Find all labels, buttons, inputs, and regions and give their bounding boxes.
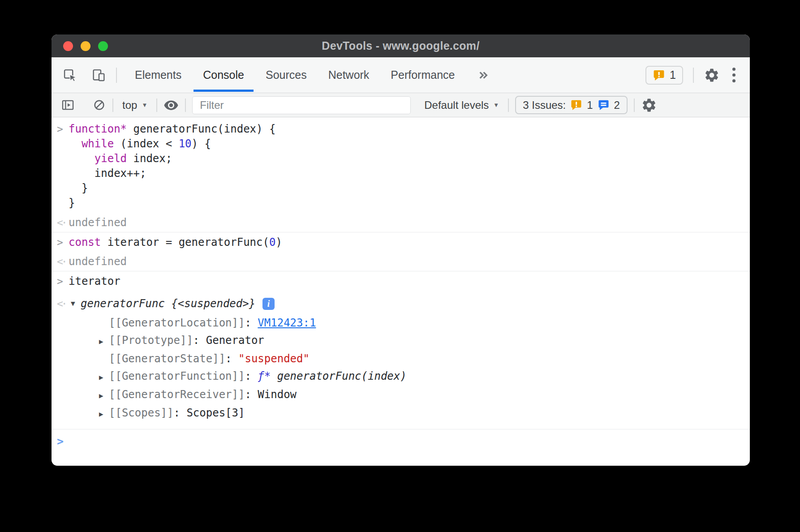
- issues-summary-label: 3 Issues:: [523, 99, 566, 112]
- divider: [634, 99, 635, 112]
- source-location-link[interactable]: VM12423:1: [258, 314, 316, 332]
- divider: [116, 68, 117, 83]
- console-input-entry: > iterator: [52, 271, 750, 291]
- device-toolbar-icon[interactable]: [91, 68, 106, 83]
- console-input-entry: > function* generatorFunc(index) { while…: [52, 119, 750, 213]
- context-selector-label: top: [122, 99, 137, 112]
- more-options-kebab-icon[interactable]: [730, 68, 738, 82]
- filter-input[interactable]: [192, 96, 411, 114]
- panel-tabs: Elements Console Sources Network Perform…: [124, 57, 465, 93]
- tab-performance[interactable]: Performance: [380, 57, 465, 93]
- tab-console[interactable]: Console: [192, 57, 255, 93]
- chevron-down-icon: ▼: [493, 102, 499, 108]
- log-levels-label: Default levels: [424, 99, 489, 112]
- inspect-element-icon[interactable]: [62, 68, 77, 83]
- title-bar: DevTools - www.google.com/: [52, 34, 750, 57]
- object-header[interactable]: ▼ generatorFunc {<suspended>} i: [69, 294, 407, 313]
- return-value-icon: <·: [57, 255, 69, 268]
- traffic-lights: [63, 34, 108, 57]
- console-sidebar-icon[interactable]: [60, 98, 75, 112]
- issues-error-count: 1: [587, 99, 593, 112]
- chevron-down-icon: ▼: [142, 102, 147, 108]
- object-properties: [[GeneratorLocation]]: VM12423:1 ▶ [[Pro…: [99, 314, 407, 423]
- issue-message-icon: [598, 99, 610, 111]
- issues-counter-button[interactable]: 1: [645, 66, 683, 85]
- tab-network[interactable]: Network: [318, 57, 380, 93]
- issue-warning-icon: [653, 69, 665, 82]
- object-preview: {<suspended>}: [165, 294, 255, 313]
- input-chevron-icon: >: [57, 274, 69, 288]
- console-input-code: function* generatorFunc(index) { while (…: [69, 122, 275, 210]
- divider: [693, 68, 694, 83]
- info-icon[interactable]: i: [262, 298, 275, 310]
- tab-sources[interactable]: Sources: [255, 57, 318, 93]
- property-row[interactable]: ▶ [[GeneratorReceiver]]: Window: [99, 386, 407, 404]
- tab-elements[interactable]: Elements: [124, 57, 192, 93]
- console-log: > function* generatorFunc(index) { while…: [52, 117, 750, 450]
- property-row: [[GeneratorLocation]]: VM12423:1: [99, 314, 407, 332]
- console-toolbar: top ▼ Default levels ▼ 3 Issues:: [52, 93, 750, 117]
- input-chevron-icon: >: [57, 235, 69, 249]
- console-result-entry: <· undefined: [52, 213, 750, 232]
- window-title: DevTools - www.google.com/: [322, 39, 479, 52]
- object-tree: ▼ generatorFunc {<suspended>} i [[Genera…: [69, 294, 407, 423]
- result-value: undefined: [69, 255, 127, 268]
- issues-summary-button[interactable]: 3 Issues: 1 2: [515, 96, 628, 114]
- expand-triangle-icon[interactable]: ▶: [99, 387, 109, 404]
- console-prompt[interactable]: >: [52, 429, 750, 450]
- minimize-window-button[interactable]: [81, 41, 90, 51]
- divider: [185, 99, 186, 112]
- property-row: [[GeneratorState]]: "suspended": [99, 350, 407, 368]
- result-value: undefined: [69, 216, 127, 229]
- property-row[interactable]: ▶ [[Prototype]]: Generator: [99, 332, 407, 350]
- divider: [112, 99, 113, 112]
- more-tabs-icon[interactable]: [476, 68, 490, 82]
- return-value-icon: <·: [57, 216, 69, 229]
- property-row[interactable]: ▶ [[GeneratorFunction]]: ƒ* generatorFun…: [99, 368, 407, 386]
- console-input-entry: > const iterator = generatorFunc(0): [52, 232, 750, 252]
- devtools-window: DevTools - www.google.com/: [52, 34, 750, 466]
- prompt-chevron-icon: >: [57, 435, 64, 448]
- console-result-entry: <· ▼ generatorFunc {<suspended>} i [[Gen…: [52, 291, 750, 425]
- issue-warning-icon: [570, 99, 582, 111]
- active-tab-underline: [194, 90, 254, 92]
- desktop-background: DevTools - www.google.com/: [0, 0, 800, 532]
- maximize-window-button[interactable]: [98, 41, 108, 51]
- divider: [156, 99, 157, 112]
- object-name: generatorFunc: [81, 294, 165, 313]
- expand-triangle-icon[interactable]: ▶: [99, 333, 109, 350]
- expand-triangle-icon[interactable]: ▶: [99, 369, 109, 386]
- log-levels-dropdown[interactable]: Default levels ▼: [422, 99, 502, 112]
- expand-triangle-icon[interactable]: ▶: [99, 405, 109, 423]
- tab-bar-right: 1: [645, 66, 738, 85]
- collapse-triangle-icon[interactable]: ▼: [71, 294, 81, 313]
- issues-count: 1: [670, 69, 676, 82]
- console-result-entry: <· undefined: [52, 252, 750, 271]
- devtools-tab-bar: Elements Console Sources Network Perform…: [52, 57, 750, 93]
- tab-bar-left-icons: [62, 68, 106, 83]
- settings-gear-icon[interactable]: [704, 67, 720, 83]
- clear-console-icon[interactable]: [92, 98, 106, 112]
- divider: [508, 99, 509, 112]
- input-chevron-icon: >: [57, 122, 69, 136]
- property-row[interactable]: ▶ [[Scopes]]: Scopes[3]: [99, 404, 407, 423]
- console-input-code: iterator: [69, 274, 120, 288]
- close-window-button[interactable]: [63, 41, 73, 51]
- live-expression-eye-icon[interactable]: [163, 98, 179, 113]
- console-settings-gear-icon[interactable]: [641, 97, 657, 113]
- issues-message-count: 2: [614, 99, 620, 112]
- return-value-icon: <·: [57, 294, 69, 313]
- context-selector[interactable]: top ▼: [120, 99, 150, 112]
